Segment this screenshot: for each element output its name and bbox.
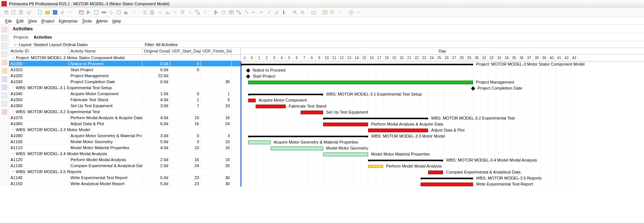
menu-file[interactable]: File <box>4 18 13 24</box>
menu-tools[interactable]: Tools <box>81 18 93 24</box>
activity-bar[interactable] <box>368 129 428 132</box>
activity-bar[interactable] <box>323 153 368 156</box>
group-icon[interactable] <box>194 9 201 16</box>
activity-row[interactable]: A1030Project Completion Date0.0d30 <box>9 79 240 85</box>
send-icon[interactable] <box>25 9 32 16</box>
attachments-icon[interactable] <box>273 9 280 16</box>
activity-row[interactable]: A1000Notice to Proceed0.0d0 <box>9 61 240 67</box>
save-icon[interactable] <box>52 9 58 16</box>
col-activity-id[interactable]: Activity ID <box>9 48 69 54</box>
chevron-down-icon[interactable] <box>187 9 193 16</box>
collapse-icon[interactable]: − <box>10 151 16 156</box>
chart-icon[interactable] <box>123 9 130 16</box>
wbs-row[interactable]: −WBS: MOTOR MODEL-3.2 Experimental Test <box>9 109 240 115</box>
activity-bar[interactable] <box>428 171 443 174</box>
chevron-down-icon[interactable] <box>172 9 178 16</box>
gantt-icon[interactable] <box>213 9 220 16</box>
activity-row[interactable]: A1060Set Up Test Equipment3.0d710 <box>9 103 240 109</box>
chevron-down-icon[interactable] <box>157 9 163 16</box>
activity-row[interactable]: A1110Model Motor Material Properties4.0d… <box>9 145 240 151</box>
details-icon[interactable] <box>310 9 317 16</box>
zoom-out-icon[interactable] <box>299 9 306 16</box>
chevron-down-icon[interactable] <box>337 9 343 16</box>
schedule-icon[interactable] <box>78 9 85 16</box>
summary-bar[interactable] <box>248 136 368 137</box>
tab-projects[interactable]: Projects <box>13 35 28 39</box>
activity-bar[interactable] <box>271 147 323 150</box>
print-icon[interactable] <box>3 9 10 16</box>
activity-row[interactable]: A1040Acquire Motor Component1.0d01 <box>9 91 240 97</box>
print-preview-icon[interactable] <box>10 9 17 16</box>
page-setup-icon[interactable] <box>18 9 25 16</box>
activity-bar[interactable] <box>248 141 271 144</box>
activity-row[interactable]: A1050Fabricate Test Stand4.0d15 <box>9 97 240 103</box>
activity-bar[interactable] <box>323 123 368 126</box>
store-icon[interactable] <box>115 9 122 16</box>
activity-bar[interactable] <box>248 99 256 102</box>
col-activity-name[interactable]: Activity Name <box>69 48 142 54</box>
collapse-icon[interactable]: − <box>10 109 16 114</box>
activity-row[interactable]: A1080Adjust Data & Plot6.0d1624 <box>9 121 240 127</box>
collapse-icon[interactable]: − <box>10 169 16 174</box>
open-icon[interactable] <box>44 9 51 16</box>
milestone-icon[interactable] <box>246 74 250 78</box>
new-icon[interactable] <box>37 9 43 16</box>
collapse-icon[interactable]: − <box>10 127 16 132</box>
menu-help[interactable]: Help <box>111 18 123 24</box>
chevron-down-icon[interactable] <box>202 9 208 16</box>
collapse-icon[interactable]: − <box>10 55 16 60</box>
columns-icon[interactable] <box>149 9 156 16</box>
summary-bar[interactable] <box>241 64 473 65</box>
lt-step-icon[interactable] <box>2 93 7 98</box>
menu-admin[interactable]: Admin <box>94 18 109 24</box>
activity-row[interactable]: A1070Perform Modal Analysis & Acquire Da… <box>9 115 240 121</box>
relationships-icon[interactable] <box>243 9 250 16</box>
timescale-icon[interactable] <box>164 9 171 16</box>
window-icon[interactable] <box>322 9 328 16</box>
activity-row[interactable]: A1120Perform Model Modal Analysis2.0d161… <box>9 157 240 163</box>
level-icon[interactable] <box>85 9 92 16</box>
menu-enterprise[interactable]: Enterprise <box>57 18 79 24</box>
summary-bar[interactable] <box>323 118 428 119</box>
wbs-row[interactable]: −Project: MOTOR MODEL-3 Motor Stator Com… <box>9 55 240 61</box>
activity-bar[interactable] <box>256 105 286 108</box>
recalc-icon[interactable] <box>108 9 115 16</box>
table-icon[interactable] <box>228 9 235 16</box>
col-udf-finish-day[interactable]: UDF_Finish_Day <box>201 48 232 54</box>
network-icon[interactable] <box>235 9 242 16</box>
tab-activities[interactable]: Activities <box>34 35 52 39</box>
milestone-icon[interactable] <box>471 86 475 90</box>
lt-expense-icon[interactable] <box>2 109 7 115</box>
layout-chevron-icon[interactable] <box>13 43 17 46</box>
help-icon[interactable]: ? <box>348 9 355 16</box>
apply-icon[interactable] <box>93 9 100 16</box>
wbs-row[interactable]: −WBS: MOTOR MODEL-3.1 Experimental Test … <box>9 85 240 91</box>
lt-doc-icon[interactable] <box>2 101 7 106</box>
progress-line-icon[interactable] <box>265 9 272 16</box>
col-original-duration[interactable]: Original Duration <box>142 48 170 54</box>
lt-add-icon[interactable] <box>2 27 7 32</box>
activity-row[interactable]: A1090Acquire Motor Geometry & Material P… <box>9 133 240 139</box>
milestone-icon[interactable] <box>246 68 250 72</box>
succ-icon[interactable] <box>258 9 265 16</box>
trace-icon[interactable] <box>220 9 227 16</box>
menu-project[interactable]: Project <box>40 18 55 24</box>
chevron-down-icon[interactable] <box>355 9 362 16</box>
summary-bar[interactable] <box>421 178 473 179</box>
activity-bar[interactable] <box>421 183 473 186</box>
activity-row[interactable]: A1100Model Motor Geometry5.0d310 <box>9 139 240 145</box>
activity-row[interactable]: A1140Write Experimental Test Report5.0d2… <box>9 175 240 181</box>
menu-edit[interactable]: Edit <box>15 18 25 24</box>
wbs-row[interactable]: −WBS: MOTOR MODEL-3.4 Model Modal Analys… <box>9 151 240 157</box>
activity-bar[interactable] <box>301 111 323 114</box>
align-icon[interactable] <box>142 9 148 16</box>
filter-icon[interactable] <box>179 9 186 16</box>
activity-row[interactable]: A1150Write Analytical Model Report5.0d23… <box>9 181 240 187</box>
pred-icon[interactable] <box>250 9 257 16</box>
chevron-down-icon[interactable] <box>67 9 73 16</box>
activity-row[interactable]: A1010Start Project0.0d0 <box>9 67 240 73</box>
chevron-down-icon[interactable] <box>130 9 137 16</box>
wbs-row[interactable]: −WBS: MOTOR MODEL-3.5 Reports <box>9 169 240 175</box>
activity-row[interactable]: A1020Project Management22.0d <box>9 73 240 79</box>
lt-role-icon[interactable] <box>2 68 7 73</box>
